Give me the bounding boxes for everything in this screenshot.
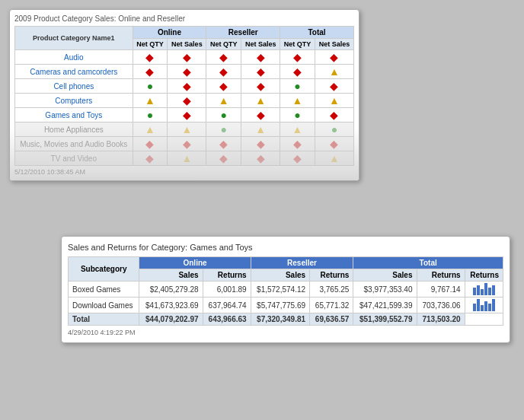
diamond-red-icon: ◆: [145, 65, 154, 78]
category-name-cell[interactable]: Computers: [15, 94, 133, 108]
spark-bar: [484, 283, 487, 295]
diamond-red-icon: ◆: [293, 138, 302, 150]
subcategory-cell: Boxed Games: [69, 282, 139, 298]
symbol-cell: ◆: [206, 137, 241, 151]
symbol-cell: ◆: [133, 151, 168, 166]
category-name-cell[interactable]: Games and Toys: [15, 108, 133, 123]
reseller-net-sales-header: Net Sales: [241, 39, 280, 50]
symbol-cell: ◆: [206, 50, 241, 65]
detail-total-sales-header: Sales: [353, 269, 417, 282]
category-name-cell[interactable]: Cameras and camcorders: [15, 65, 133, 79]
circle-green-icon: ●: [294, 109, 300, 121]
top-report-title: 2009 Product Category Sales: Online and …: [14, 14, 354, 23]
symbol-cell: ◆: [133, 137, 168, 151]
symbol-cell: ◆: [133, 65, 168, 79]
symbol-cell: ●: [206, 108, 241, 123]
circle-green-icon: ●: [147, 80, 153, 92]
symbol-cell: ▲: [241, 123, 280, 137]
symbol-cell: ◆: [168, 50, 206, 65]
triangle-yellow-icon: ▲: [145, 94, 155, 107]
total-net-sales-header: Net Sales: [315, 39, 353, 50]
symbol-cell: ◆: [315, 50, 353, 65]
diamond-red-icon: ◆: [330, 138, 338, 150]
circle-green-icon: ●: [221, 123, 227, 135]
diamond-red-icon: ◆: [145, 51, 154, 63]
category-name-cell[interactable]: TV and Video: [15, 151, 133, 166]
spark-bar: [492, 299, 495, 311]
detail-online-sales-header: Sales: [139, 269, 203, 282]
symbol-cell: ◆: [206, 65, 241, 79]
value-cell: $41,673,923.69: [139, 298, 203, 313]
value-cell: $51,399,552.79: [353, 313, 417, 326]
value-cell: $2,405,279.28: [139, 282, 203, 298]
symbol-cell: ◆: [168, 65, 206, 79]
triangle-yellow-icon: ▲: [292, 123, 303, 135]
diamond-red-icon: ◆: [219, 65, 228, 78]
triangle-yellow-icon: ▲: [255, 94, 266, 107]
value-cell: $3,977,353.40: [353, 282, 417, 298]
symbol-cell: ◆: [168, 79, 206, 94]
symbol-cell: ▲: [133, 94, 168, 108]
category-name-cell[interactable]: Audio: [15, 50, 133, 65]
sparkline-cell: [465, 313, 503, 326]
symbol-cell: ◆: [315, 108, 353, 123]
diamond-red-icon: ◆: [330, 51, 338, 63]
value-cell: 65,771.32: [310, 298, 353, 313]
diamond-red-icon: ◆: [219, 138, 228, 150]
symbol-cell: ◆: [168, 94, 206, 108]
triangle-yellow-icon: ▲: [255, 123, 266, 135]
detail-reseller-returns-header: Returns: [310, 269, 353, 282]
symbol-cell: ◆: [280, 65, 315, 79]
diamond-red-icon: ◆: [183, 65, 191, 78]
value-cell: 637,964.74: [203, 298, 251, 313]
subcategory-cell: Total: [69, 313, 139, 326]
category-name-cell[interactable]: Cell phones: [15, 79, 133, 94]
symbol-cell: ◆: [206, 79, 241, 94]
diamond-red-icon: ◆: [293, 65, 302, 78]
diamond-red-icon: ◆: [183, 138, 191, 150]
detail-reseller-sales-header: Sales: [251, 269, 309, 282]
symbol-cell: ◆: [168, 137, 206, 151]
value-cell: 703,736.06: [417, 298, 465, 313]
online-header: Online: [133, 27, 206, 39]
category-name-cell[interactable]: Music, Movies and Audio Books: [15, 137, 133, 151]
spark-bar: [488, 288, 491, 295]
spark-bar: [477, 285, 480, 295]
diamond-red-icon: ◆: [293, 152, 302, 164]
symbol-cell: ●: [315, 123, 353, 137]
spark-bar: [473, 288, 476, 295]
diamond-red-icon: ◆: [293, 51, 302, 63]
symbol-cell: ▲: [280, 94, 315, 108]
circle-green-icon: ●: [147, 109, 153, 121]
spark-bar: [481, 305, 484, 311]
diamond-red-icon: ◆: [257, 65, 265, 78]
diamond-red-icon: ◆: [219, 152, 228, 164]
circle-green-icon: ●: [294, 80, 300, 92]
diamond-red-icon: ◆: [219, 51, 228, 63]
diamond-red-icon: ◆: [183, 109, 191, 121]
value-cell: $7,320,349.81: [251, 313, 309, 326]
symbol-cell: ●: [280, 79, 315, 94]
spark-bar: [473, 304, 476, 311]
symbol-cell: ◆: [280, 50, 315, 65]
diamond-red-icon: ◆: [257, 51, 265, 63]
subcategory-cell: Download Games: [69, 298, 139, 313]
circle-green-icon: ●: [221, 109, 227, 121]
symbol-cell: ●: [133, 79, 168, 94]
circle-green-icon: ●: [331, 123, 337, 135]
spark-bar: [488, 304, 491, 311]
sparkline-cell: [465, 282, 503, 298]
symbol-cell: ◆: [315, 137, 353, 151]
symbol-cell: ◆: [241, 50, 280, 65]
top-timestamp: 5/12/2010 10:38:45 AM: [14, 168, 354, 176]
triangle-yellow-icon: ▲: [329, 65, 340, 78]
value-cell: 9,767.14: [417, 282, 465, 298]
spark-bar: [484, 301, 487, 311]
symbol-cell: ◆: [241, 79, 280, 94]
symbol-cell: ▲: [133, 123, 168, 137]
diamond-red-icon: ◆: [257, 80, 265, 92]
value-cell: $1,572,574.12: [251, 282, 309, 298]
detail-total-spark-header: Returns: [465, 269, 503, 282]
subcategory-header: Subcategory: [69, 257, 139, 282]
category-name-cell[interactable]: Home Appliances: [15, 123, 133, 137]
